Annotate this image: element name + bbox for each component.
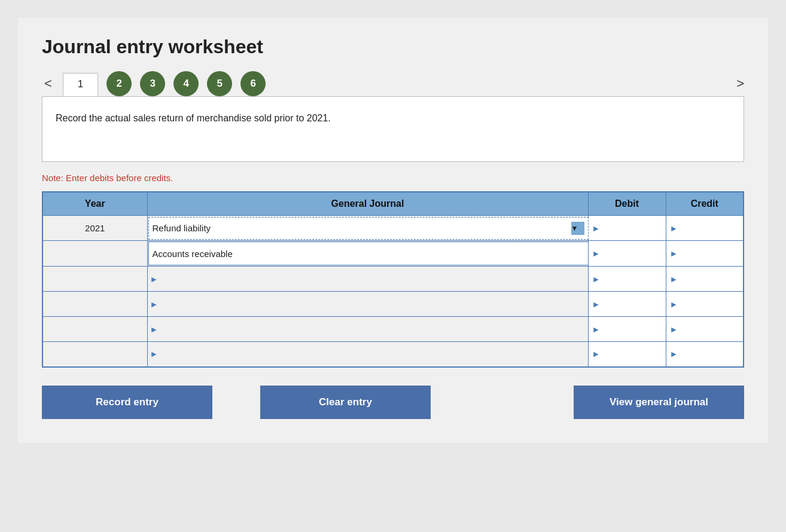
- tab-1[interactable]: 1: [63, 73, 98, 96]
- credit-cell-4[interactable]: ►: [666, 292, 744, 317]
- record-entry-button[interactable]: Record entry: [42, 386, 212, 419]
- journal-empty-6[interactable]: ►: [148, 342, 588, 366]
- debit-cell-3[interactable]: ►: [588, 267, 666, 292]
- journal-arrow-4: ►: [150, 299, 159, 309]
- year-cell-5: [42, 317, 147, 342]
- credit-cell-5[interactable]: ►: [666, 317, 744, 342]
- dropdown-arrow-1[interactable]: ▼: [571, 222, 584, 235]
- debit-arrow-6: ►: [592, 349, 601, 359]
- credit-arrow-2: ►: [670, 249, 678, 258]
- view-general-journal-button[interactable]: View general journal: [574, 386, 744, 419]
- journal-cell-4[interactable]: ►: [147, 292, 588, 317]
- col-credit: Credit: [666, 192, 744, 216]
- table-row: ► ► ►: [42, 292, 744, 317]
- tab-4[interactable]: 4: [173, 71, 199, 96]
- table-row: 2021 Refund liability ▼ ►: [42, 216, 744, 241]
- year-cell-1: 2021: [42, 216, 147, 241]
- debit-cell-4[interactable]: ►: [588, 292, 666, 317]
- debit-arrow-5: ►: [592, 325, 601, 334]
- page-title: Journal entry worksheet: [42, 36, 744, 58]
- year-cell-2: [42, 241, 147, 267]
- next-arrow[interactable]: >: [736, 76, 744, 91]
- debit-arrow-4: ►: [592, 299, 601, 309]
- journal-cell-2[interactable]: Accounts receivable: [147, 241, 588, 267]
- debit-cell-5[interactable]: ►: [588, 317, 666, 342]
- journal-empty-4[interactable]: ►: [148, 292, 588, 316]
- table-row: Accounts receivable ► ►: [42, 241, 744, 267]
- chevron-down-icon: ▼: [571, 224, 584, 233]
- credit-cell-1[interactable]: ►: [666, 216, 744, 241]
- journal-text-2[interactable]: Accounts receivable: [148, 241, 589, 265]
- tab-6[interactable]: 6: [240, 71, 266, 96]
- col-journal: General Journal: [147, 192, 588, 216]
- prev-arrow[interactable]: <: [42, 76, 54, 91]
- journal-dropdown-1[interactable]: Refund liability ▼: [148, 217, 589, 240]
- debit-cell-1[interactable]: ►: [588, 216, 666, 241]
- year-cell-6: [42, 342, 147, 367]
- col-year: Year: [42, 192, 147, 216]
- credit-cell-3[interactable]: ►: [666, 267, 744, 292]
- journal-arrow-3: ►: [150, 274, 159, 284]
- journal-arrow-5: ►: [150, 325, 159, 334]
- credit-arrow-6: ►: [670, 349, 678, 359]
- debit-arrow-3: ►: [592, 274, 601, 284]
- journal-cell-6[interactable]: ►: [147, 342, 588, 367]
- table-row: ► ► ►: [42, 317, 744, 342]
- credit-arrow-3: ►: [670, 274, 678, 284]
- credit-arrow-5: ►: [670, 325, 678, 334]
- table-row: ► ► ►: [42, 267, 744, 292]
- journal-cell-1[interactable]: Refund liability ▼: [147, 216, 588, 241]
- journal-empty-5[interactable]: ►: [148, 317, 588, 341]
- journal-empty-3[interactable]: ►: [148, 267, 588, 291]
- journal-cell-5[interactable]: ►: [147, 317, 588, 342]
- note-text: Note: Enter debits before credits.: [42, 173, 744, 183]
- journal-table: Year General Journal Debit Credit 2021 R…: [42, 191, 744, 368]
- credit-arrow-4: ►: [670, 299, 678, 309]
- credit-cell-2[interactable]: ►: [666, 241, 744, 267]
- tab-navigation: < 1 2 3 4 5 6 >: [42, 71, 744, 96]
- clear-entry-button[interactable]: Clear entry: [260, 386, 431, 419]
- instruction-box: Record the actual sales return of mercha…: [42, 96, 744, 162]
- buttons-row: Record entry Clear entry View general jo…: [42, 386, 744, 419]
- col-debit: Debit: [588, 192, 666, 216]
- debit-cell-6[interactable]: ►: [588, 342, 666, 367]
- journal-arrow-6: ►: [150, 349, 159, 359]
- journal-cell-3[interactable]: ►: [147, 267, 588, 292]
- table-row: ► ► ►: [42, 342, 744, 367]
- debit-cell-2[interactable]: ►: [588, 241, 666, 267]
- tab-3[interactable]: 3: [140, 71, 165, 96]
- tab-2[interactable]: 2: [106, 71, 132, 96]
- year-cell-4: [42, 292, 147, 317]
- credit-cell-6[interactable]: ►: [666, 342, 744, 367]
- credit-arrow-1: ►: [670, 224, 678, 233]
- instruction-text: Record the actual sales return of mercha…: [56, 113, 331, 123]
- debit-arrow-2: ►: [592, 249, 601, 258]
- tab-5[interactable]: 5: [207, 71, 232, 96]
- debit-arrow-1: ►: [592, 224, 601, 233]
- year-cell-3: [42, 267, 147, 292]
